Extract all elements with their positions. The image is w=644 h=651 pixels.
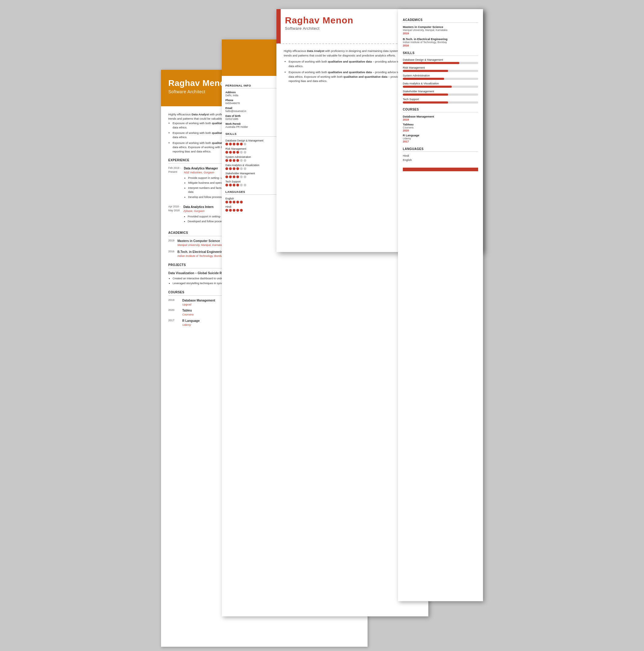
sidebar-lang-title: LANGUAGES <box>403 147 478 152</box>
sidebar-skills-title: SKILLS <box>403 51 478 56</box>
skill-dots-2 <box>225 151 285 154</box>
sidebar-course-2: Tableau Coursera 2020 <box>403 123 478 132</box>
skill-dots-4 <box>225 167 285 170</box>
front-name: Raghav Menon <box>285 15 398 26</box>
middle-lang-title: LANGUAGES <box>225 190 285 195</box>
skill-dots-6 <box>225 184 285 186</box>
sidebar-skill-5: Stakeholder Management <box>403 90 478 96</box>
sidebar-skill-3: System Administration <box>403 74 478 80</box>
front-header-content: Raghav Menon Software Architect <box>281 9 404 43</box>
right-sidebar-resume: ACADEMICS Masters in Computer Science Ma… <box>398 9 483 601</box>
skill-dots-3 <box>225 159 285 162</box>
middle-lang-hi: Hindi <box>225 205 285 212</box>
sidebar-bottom-bar <box>403 167 478 171</box>
sidebar-skill-4: Data Analytics & Visualization <box>403 82 478 88</box>
sidebar-skill-2: Risk Management <box>403 66 478 72</box>
sidebar-course-1: Database Management 2019 <box>403 115 478 121</box>
sidebar-acad-2: B.Tech. in Electrical Engineering Indian… <box>403 37 478 47</box>
sidebar-skill-6: Tech Support <box>403 98 478 103</box>
skill-dots-5 <box>225 176 285 178</box>
sidebar-acad-title: ACADEMICS <box>403 18 478 23</box>
sidebar-courses-title: COURSES <box>403 108 478 112</box>
front-title: Software Architect <box>285 26 398 31</box>
sidebar-lang-english: English <box>403 158 478 161</box>
middle-lang-en: English <box>225 197 285 204</box>
sidebar-course-3: R Language Udemy 2017 <box>403 133 478 143</box>
middle-personal-title: PERSONAL INFO <box>225 84 285 88</box>
middle-skills-title: SKILLS <box>225 132 285 137</box>
sidebar-skill-1: Database Design & Management <box>403 58 478 64</box>
sidebar-acad-1: Masters in Computer Science Manipal Univ… <box>403 25 478 35</box>
skill-dots-1 <box>225 143 285 146</box>
front-accent-bar <box>276 9 281 43</box>
sidebar-lang-hindi: Hindi <box>403 154 478 157</box>
